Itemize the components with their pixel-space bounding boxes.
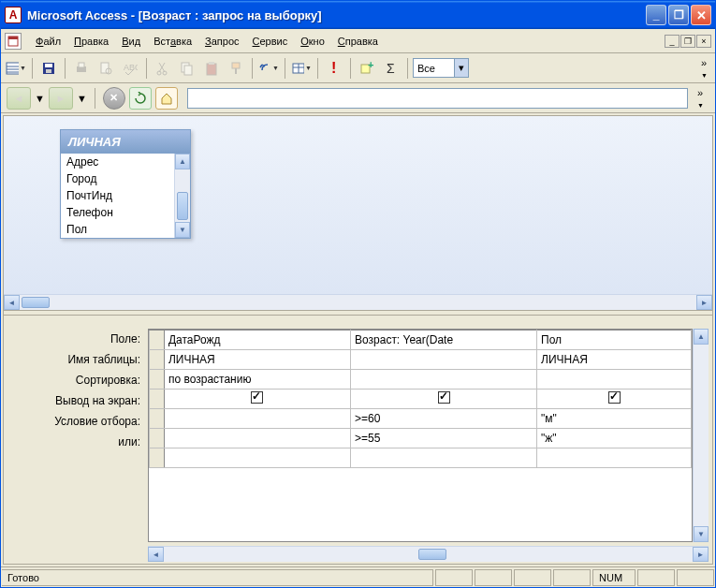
show-checkbox[interactable] <box>438 391 450 404</box>
grid-vscroll[interactable]: ▲ ▼ <box>693 329 709 542</box>
table-scrollbar[interactable]: ▲ ▼ <box>174 154 190 238</box>
format-painter-button[interactable] <box>225 57 247 80</box>
grid-cell[interactable] <box>350 390 536 409</box>
back-dropdown[interactable]: ▼ <box>35 93 45 104</box>
top-values-combo[interactable]: Все ▾ <box>413 58 469 78</box>
save-button[interactable] <box>37 57 60 80</box>
stop-button[interactable]: ✕ <box>103 87 125 110</box>
scroll-left-icon[interactable]: ◄ <box>148 547 164 562</box>
scroll-up-icon[interactable]: ▲ <box>175 154 190 169</box>
menu-вид[interactable]: Вид <box>115 33 147 50</box>
run-button[interactable]: ! <box>323 57 345 80</box>
scroll-thumb[interactable] <box>418 549 446 560</box>
show-checkbox[interactable] <box>251 391 263 404</box>
grid-cell[interactable] <box>350 350 536 370</box>
dropdown-arrow-icon: ▾ <box>454 59 468 77</box>
table-field[interactable]: ПочтИнд <box>61 187 174 204</box>
grid-cell[interactable]: Возраст: Year(Date <box>350 331 536 350</box>
totals-button[interactable]: Σ <box>380 57 402 80</box>
cut-button[interactable] <box>152 57 174 80</box>
table-source-box[interactable]: ЛИЧНАЯ АдресГородПочтИндТелефонПол ▲ ▼ <box>60 129 191 239</box>
scroll-left-icon[interactable]: ◄ <box>4 295 20 310</box>
grid-cell[interactable] <box>164 390 350 409</box>
grid-row-blank <box>150 448 692 468</box>
tables-pane[interactable]: ЛИЧНАЯ АдресГородПочтИндТелефонПол ▲ ▼ <box>4 116 712 294</box>
home-button[interactable] <box>155 87 178 110</box>
grid-row-sort: по возрастанию <box>150 370 692 390</box>
menu-сервис[interactable]: Сервис <box>246 33 295 50</box>
grid-cell[interactable]: >=60 <box>350 409 536 429</box>
navbar-overflow-button[interactable]: »▼ <box>692 87 709 110</box>
app-window: A Microsoft Access - [Возраст : запрос н… <box>0 0 716 588</box>
grid-cell[interactable]: по возрастанию <box>164 370 350 390</box>
grid-cell[interactable] <box>537 390 692 409</box>
grid-row-criteria: >=60 "м" <box>150 409 692 429</box>
query-type-button[interactable]: ▼ <box>290 57 313 80</box>
menu-файл[interactable]: Файл <box>29 33 67 50</box>
label-table: Имя таблицы: <box>7 349 148 370</box>
grid-row-show <box>150 390 692 409</box>
grid-row-table: ЛИЧНАЯ ЛИЧНАЯ <box>150 350 692 370</box>
menu-вставка[interactable]: Вставка <box>147 33 198 50</box>
svg-text:ABC: ABC <box>124 63 138 72</box>
svg-text:Σ: Σ <box>387 61 395 76</box>
grid-cell[interactable]: "ж" <box>537 429 692 448</box>
address-bar[interactable] <box>187 88 688 109</box>
scroll-down-icon[interactable]: ▼ <box>175 222 190 238</box>
copy-button[interactable] <box>176 57 198 80</box>
mdi-minimize-button[interactable]: _ <box>665 35 679 48</box>
scroll-right-icon[interactable]: ► <box>693 547 709 562</box>
status-cell <box>475 569 512 586</box>
print-button[interactable] <box>70 57 93 80</box>
forward-dropdown[interactable]: ▼ <box>77 93 87 104</box>
table-field-list[interactable]: АдресГородПочтИндТелефонПол <box>61 154 174 238</box>
refresh-button[interactable] <box>129 87 152 110</box>
forward-button[interactable]: ► <box>49 87 73 110</box>
table-field[interactable]: Пол <box>61 221 174 238</box>
grid-cell[interactable]: Пол <box>537 331 692 350</box>
menu-правка[interactable]: Правка <box>67 33 115 50</box>
table-field[interactable]: Адрес <box>61 154 174 170</box>
grid-cell[interactable]: "м" <box>537 409 692 429</box>
grid-cell[interactable]: ЛИЧНАЯ <box>164 350 350 370</box>
maximize-button[interactable]: ❐ <box>668 5 689 25</box>
scroll-thumb[interactable] <box>177 192 188 220</box>
back-button[interactable]: ◄ <box>7 87 31 110</box>
grid-cell[interactable] <box>350 370 536 390</box>
table-field[interactable]: Телефон <box>61 204 174 221</box>
menu-справка[interactable]: Справка <box>331 33 385 50</box>
table-field[interactable]: Город <box>61 170 174 187</box>
grid-cell[interactable] <box>164 409 350 429</box>
app-icon: A <box>5 7 22 23</box>
close-button[interactable]: ✕ <box>691 5 711 25</box>
grid-cell[interactable] <box>537 370 692 390</box>
grid-cell[interactable] <box>164 429 350 448</box>
label-criteria: Условие отбора: <box>7 411 148 432</box>
print-preview-button[interactable] <box>95 57 117 80</box>
scroll-up-icon[interactable]: ▲ <box>694 329 709 345</box>
minimize-button[interactable]: _ <box>646 5 666 25</box>
view-button[interactable]: ▼ <box>5 57 27 80</box>
scroll-right-icon[interactable]: ► <box>696 295 712 310</box>
design-grid[interactable]: ДатаРожд Возраст: Year(Date Пол ЛИЧНАЯ Л… <box>148 329 693 542</box>
spellcheck-button[interactable]: ABC <box>119 57 141 80</box>
scroll-thumb[interactable] <box>22 297 50 308</box>
upper-hscroll[interactable]: ◄ ► <box>4 294 712 310</box>
scroll-down-icon[interactable]: ▼ <box>694 526 709 542</box>
toolbar-overflow-button[interactable]: »▼ <box>697 57 711 80</box>
status-cell <box>514 569 551 586</box>
show-table-button[interactable]: + <box>356 57 378 80</box>
grid-hscroll[interactable]: ◄ ► <box>148 546 709 562</box>
titlebar: A Microsoft Access - [Возраст : запрос н… <box>1 1 715 29</box>
mdi-restore-button[interactable]: ❐ <box>680 35 695 48</box>
grid-cell[interactable]: ЛИЧНАЯ <box>537 350 692 370</box>
menu-окно[interactable]: Окно <box>294 33 331 50</box>
grid-cell[interactable]: >=55 <box>350 429 536 448</box>
grid-cell[interactable]: ДатаРожд <box>164 331 350 350</box>
paste-button[interactable] <box>200 57 223 80</box>
undo-button[interactable]: ▼ <box>257 57 280 80</box>
mdi-close-button[interactable]: × <box>696 35 711 48</box>
show-checkbox[interactable] <box>608 391 621 404</box>
mdi-icon[interactable] <box>5 33 22 50</box>
menu-запрос[interactable]: Запрос <box>198 33 245 50</box>
